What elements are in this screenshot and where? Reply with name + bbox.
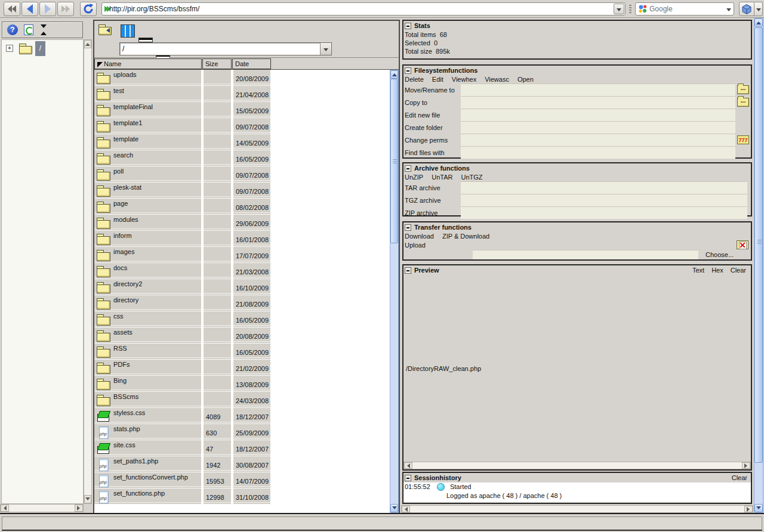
file-name-cell[interactable]: site.css (94, 440, 201, 456)
page-vertical-scrollbar[interactable] (754, 18, 763, 513)
file-name[interactable]: inform (113, 232, 132, 239)
action-link[interactable]: Viewasc (485, 76, 509, 83)
action-link[interactable]: Delete (405, 76, 424, 83)
file-row[interactable]: RSS 16/05/2009 (94, 344, 391, 360)
url-input[interactable] (109, 5, 623, 13)
file-name-cell[interactable]: docs (94, 263, 201, 279)
view-columns-icon[interactable] (121, 24, 135, 38)
file-name[interactable]: Bing (113, 377, 127, 384)
file-name-cell[interactable]: directory2 (94, 279, 201, 295)
search-input[interactable] (649, 5, 726, 13)
file-name[interactable]: directory2 (113, 280, 142, 287)
file-name[interactable]: site.css (113, 441, 135, 449)
file-name[interactable]: directory (113, 296, 138, 304)
file-name-cell[interactable]: css (94, 311, 201, 327)
file-name-cell[interactable]: inform (94, 231, 201, 246)
collapse-icon[interactable] (405, 67, 411, 74)
refresh-tree-icon[interactable] (24, 24, 33, 35)
action-link[interactable]: Viewhex (452, 76, 476, 83)
scroll-right-button[interactable] (742, 462, 750, 469)
file-row[interactable]: templateFinal 15/05/2009 (94, 102, 391, 118)
collapse-icon[interactable] (405, 267, 411, 274)
collapse-icon[interactable] (405, 165, 411, 172)
file-name[interactable]: set_functions.php (113, 490, 165, 497)
scrollbar-thumb[interactable] (754, 27, 763, 463)
file-row[interactable]: plesk-stat 09/07/2008 (94, 183, 391, 199)
file-name-cell[interactable]: page (94, 199, 201, 214)
scroll-left-button[interactable] (402, 506, 410, 512)
file-row[interactable]: inform 16/01/2008 (94, 231, 391, 247)
file-name-cell[interactable]: RSS (94, 344, 201, 359)
file-name[interactable]: docs (113, 264, 127, 271)
field-icon[interactable]: ... (737, 85, 749, 94)
collapse-icon[interactable] (405, 224, 411, 231)
file-name[interactable]: RSS (113, 345, 127, 352)
file-name[interactable]: test (113, 87, 124, 94)
file-name[interactable]: assets (113, 329, 133, 336)
file-name-cell[interactable]: Bing (94, 376, 201, 391)
action-link[interactable]: Text (692, 267, 704, 274)
history-back-fast-button[interactable] (4, 2, 20, 16)
file-row[interactable]: uploads 20/08/2009 (94, 70, 391, 86)
sidebar-vertical-scrollbar[interactable] (84, 39, 92, 504)
path-combobox[interactable] (119, 42, 332, 55)
file-name[interactable]: templateFinal (113, 103, 153, 110)
file-row[interactable]: assets 20/08/2009 (94, 327, 391, 344)
field-input[interactable] (461, 83, 735, 96)
field-input[interactable] (461, 206, 747, 219)
file-name[interactable]: PDFs (113, 361, 130, 368)
action-link[interactable]: Download (405, 233, 434, 240)
file-name[interactable]: search (113, 151, 133, 159)
file-name-cell[interactable]: modules (94, 215, 201, 230)
action-link[interactable]: Open (517, 76, 534, 83)
preview-horizontal-scrollbar[interactable] (403, 462, 751, 469)
file-name-cell[interactable]: images (94, 247, 201, 262)
scroll-left-button[interactable] (404, 462, 412, 469)
file-name[interactable]: css (113, 313, 124, 320)
field-input[interactable] (461, 96, 735, 109)
file-name[interactable]: page (113, 200, 128, 207)
file-row[interactable]: php stats.php 630 25/09/2009 (94, 424, 391, 440)
forward-button[interactable] (39, 2, 56, 16)
panel-toggle-button[interactable] (739, 2, 754, 16)
file-row[interactable]: PDFs 21/02/2009 (94, 360, 391, 376)
file-row[interactable]: test 21/04/2008 (94, 86, 391, 102)
column-header-date[interactable]: Date (232, 58, 271, 69)
field-input[interactable] (461, 181, 747, 194)
file-row[interactable]: template1 09/07/2008 (94, 118, 391, 134)
path-dropdown-button[interactable] (320, 43, 331, 55)
file-name[interactable]: BSScms (113, 393, 138, 400)
file-row[interactable]: site.css 47 18/12/2007 (94, 440, 391, 456)
column-header-name[interactable]: Name (94, 58, 202, 69)
file-name[interactable]: stats.php (113, 425, 140, 432)
file-row[interactable]: search 16/05/2009 (94, 150, 391, 166)
file-row[interactable]: styless.css 4089 18/12/2007 (94, 408, 391, 424)
file-name-cell[interactable]: BSScms (94, 392, 201, 407)
right-panel-horizontal-scrollbar[interactable] (401, 505, 753, 513)
file-name[interactable]: styless.css (113, 409, 145, 416)
scroll-right-button[interactable] (744, 506, 753, 512)
file-name[interactable]: template1 (113, 119, 142, 126)
action-link[interactable]: UnTAR (432, 174, 452, 181)
search-box[interactable] (635, 2, 734, 16)
file-row[interactable]: page 08/02/2008 (94, 199, 391, 215)
file-name-cell[interactable]: uploads (94, 70, 201, 85)
file-row[interactable]: modules 29/06/2009 (94, 215, 391, 231)
action-link[interactable]: Clear (731, 267, 746, 274)
upload-file-input[interactable] (473, 250, 698, 259)
field-input[interactable] (461, 109, 735, 121)
file-row[interactable]: php set_functions.php 12998 31/10/2008 (94, 488, 391, 505)
file-name[interactable]: poll (113, 168, 124, 175)
file-name-cell[interactable]: search (94, 150, 201, 166)
url-bar[interactable] (101, 2, 626, 16)
action-link[interactable]: Edit (432, 76, 443, 83)
file-name-cell[interactable]: test (94, 86, 201, 101)
scroll-down-button[interactable] (390, 504, 398, 512)
file-name-cell[interactable]: php set_functionsConvert.php (94, 472, 201, 488)
scroll-up-button[interactable] (84, 40, 91, 48)
scroll-left-button[interactable] (1, 505, 9, 512)
field-input[interactable] (461, 146, 735, 159)
file-row[interactable]: Bing 13/08/2009 (94, 376, 391, 392)
collapse-icon[interactable] (405, 475, 411, 481)
tree-expander[interactable]: + (6, 45, 13, 52)
